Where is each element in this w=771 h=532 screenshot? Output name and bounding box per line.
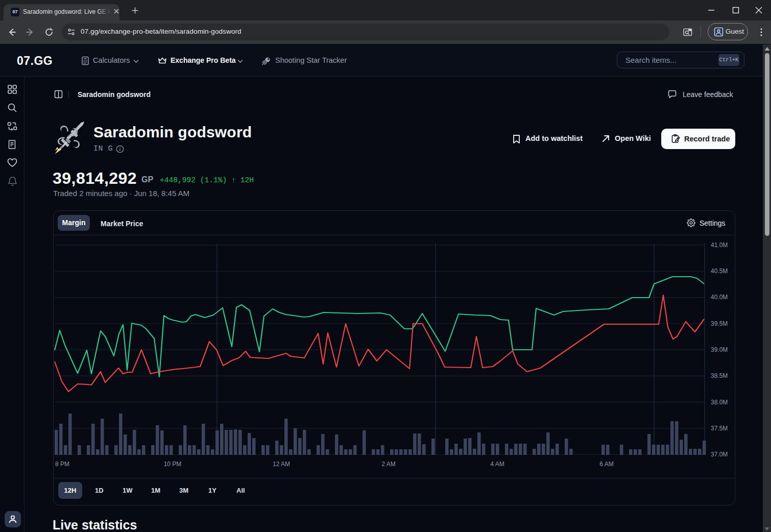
- svg-text:39.0M: 39.0M: [711, 346, 728, 353]
- svg-text:40.0M: 40.0M: [711, 294, 728, 301]
- svg-text:37.0M: 37.0M: [711, 451, 728, 458]
- svg-text:39.5M: 39.5M: [711, 320, 728, 327]
- svg-text:38.5M: 38.5M: [711, 372, 728, 379]
- svg-text:37.5M: 37.5M: [711, 425, 728, 432]
- svg-text:41.0M: 41.0M: [711, 241, 728, 249]
- svg-text:12 AM: 12 AM: [273, 461, 290, 468]
- svg-text:38.0M: 38.0M: [711, 399, 728, 406]
- svg-text:6 AM: 6 AM: [599, 461, 613, 468]
- svg-text:8 PM: 8 PM: [55, 461, 69, 468]
- svg-text:40.5M: 40.5M: [711, 268, 728, 275]
- svg-text:10 PM: 10 PM: [164, 461, 182, 468]
- svg-text:2 AM: 2 AM: [381, 461, 395, 468]
- svg-text:4 AM: 4 AM: [490, 461, 504, 468]
